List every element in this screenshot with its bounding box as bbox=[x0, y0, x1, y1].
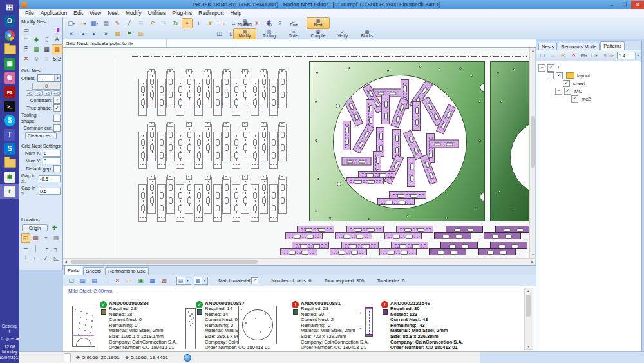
split-nest-icon[interactable]: 5|2 bbox=[52, 54, 62, 64]
angle-input[interactable] bbox=[32, 83, 61, 90]
auto-nest-icon[interactable]: ◆ bbox=[31, 35, 42, 44]
grid-nested-part[interactable] bbox=[176, 132, 184, 169]
nested-part[interactable] bbox=[420, 154, 438, 185]
grid-nested-part[interactable] bbox=[251, 184, 259, 222]
nested-part-cluster[interactable] bbox=[484, 226, 529, 240]
tray-icon-1[interactable]: ◍ bbox=[6, 337, 10, 341]
nested-part[interactable] bbox=[430, 140, 459, 148]
tab-patterns[interactable]: Patterns bbox=[600, 41, 625, 50]
ghost-part-icon[interactable]: ▢ bbox=[100, 275, 111, 286]
grid-tool-icon[interactable]: ▦ bbox=[112, 28, 123, 39]
delete-part-icon[interactable]: ✕ bbox=[112, 275, 123, 286]
grid-nested-part[interactable] bbox=[260, 71, 268, 108]
circular-cutout[interactable] bbox=[333, 75, 467, 209]
gap-x-input[interactable] bbox=[39, 175, 61, 182]
sequence-tool-icon[interactable]: ⚑ bbox=[124, 28, 135, 39]
sheet-tool-icon[interactable]: ▯ bbox=[41, 35, 52, 44]
angle-button-5[interactable]: -5 bbox=[35, 90, 43, 96]
menu-modify[interactable]: Modify bbox=[122, 10, 145, 16]
grid-nested-part[interactable] bbox=[185, 124, 193, 161]
taskbar-icon-teams[interactable]: T bbox=[0, 128, 19, 142]
num-x-input[interactable] bbox=[43, 150, 61, 157]
gap-y-input[interactable] bbox=[39, 188, 61, 195]
taskbar-icon-terminal[interactable]: >_ bbox=[0, 99, 19, 113]
edge-vertical-icon[interactable]: │ bbox=[32, 244, 41, 253]
nested-part-cluster[interactable] bbox=[434, 226, 484, 240]
menu-application[interactable]: Application bbox=[37, 10, 71, 16]
taskbar-icon-chrome[interactable] bbox=[0, 28, 19, 43]
expander-icon[interactable]: − bbox=[555, 88, 562, 95]
grid-nested-part[interactable] bbox=[251, 132, 259, 169]
material-part-icon[interactable]: ▣ bbox=[135, 275, 146, 286]
grid-nested-part[interactable] bbox=[157, 184, 166, 222]
menu-view[interactable]: View bbox=[86, 10, 104, 16]
menu-edit[interactable]: Edit bbox=[70, 10, 86, 16]
tab-remnants-to-use[interactable]: Remnants to Use bbox=[105, 267, 149, 275]
tree-node-mc2[interactable]: ✓mc2 bbox=[536, 95, 641, 103]
nested-part[interactable] bbox=[379, 248, 417, 255]
taskbar-icon-outlook[interactable]: O bbox=[0, 14, 19, 28]
copy-icon[interactable]: ⊞ bbox=[135, 18, 146, 28]
delete-pattern-icon[interactable]: ✕ bbox=[569, 51, 578, 60]
nested-part[interactable] bbox=[391, 97, 409, 128]
scroll-right-icon[interactable]: ▶ bbox=[531, 260, 534, 264]
taskbar-icon-radan[interactable]: r bbox=[0, 184, 19, 199]
interactive-nest-icon[interactable]: ◨ bbox=[52, 25, 62, 35]
rotate-part-icon[interactable]: ◌ bbox=[41, 54, 52, 64]
grid-nested-part[interactable] bbox=[147, 177, 156, 214]
grid-nested-part[interactable] bbox=[147, 124, 156, 161]
grid-nested-part[interactable] bbox=[204, 124, 212, 161]
colour-select-icon[interactable]: ▢▾ bbox=[589, 51, 599, 60]
edit-geometry-icon[interactable]: ╱ bbox=[124, 18, 135, 28]
grid-nested-part[interactable] bbox=[222, 71, 231, 108]
expander-icon[interactable]: − bbox=[538, 64, 545, 72]
last-nest-icon[interactable]: » bbox=[100, 28, 111, 39]
grid-nest-icon[interactable]: ▦ bbox=[52, 44, 62, 54]
grid-nested-part[interactable] bbox=[166, 124, 175, 161]
nested-part[interactable] bbox=[330, 248, 367, 255]
nested-part-cluster[interactable] bbox=[335, 226, 385, 240]
grid-nested-part[interactable] bbox=[213, 184, 222, 222]
grid-nested-part[interactable] bbox=[251, 79, 259, 116]
nested-part[interactable] bbox=[377, 198, 415, 205]
expander-icon[interactable]: − bbox=[547, 72, 554, 79]
grid-nested-part[interactable] bbox=[241, 177, 249, 214]
grid-nested-part[interactable] bbox=[147, 71, 156, 108]
part-thumbnail[interactable] bbox=[185, 308, 196, 349]
mode-nest[interactable]: ▦Nest bbox=[307, 17, 330, 29]
nested-part[interactable] bbox=[403, 130, 423, 160]
desktop-toolbar-label[interactable]: Desktop⇕ bbox=[2, 324, 17, 334]
tree-checkbox[interactable]: ✓ bbox=[564, 88, 571, 95]
nested-part-cluster[interactable] bbox=[346, 171, 397, 186]
taskbar-icon-documents-folder[interactable] bbox=[0, 156, 19, 170]
scroll-thumb[interactable] bbox=[71, 260, 258, 264]
task-blocks[interactable]: ▩Blocks bbox=[355, 28, 379, 40]
grid-nested-part[interactable] bbox=[222, 177, 231, 214]
grid-nested-part[interactable] bbox=[138, 132, 147, 169]
view-combo-1[interactable]: ▦▾ bbox=[194, 277, 209, 285]
taskbar-icon-skype[interactable]: S bbox=[0, 113, 19, 128]
grid-nested-part[interactable] bbox=[269, 132, 278, 169]
pencil-icon[interactable]: ✎ bbox=[112, 18, 123, 28]
default-gap-checkbox[interactable] bbox=[53, 165, 61, 172]
delete-part-icon[interactable]: ✕ bbox=[21, 54, 32, 64]
grid-nested-part[interactable] bbox=[176, 184, 184, 222]
grid-nested-part[interactable] bbox=[269, 184, 278, 222]
mode-3d[interactable]: ◈3D bbox=[258, 17, 281, 29]
angle-open-icon[interactable]: ∠ bbox=[42, 254, 51, 264]
open-part-icon[interactable]: ▱ bbox=[124, 275, 135, 286]
sheet-1[interactable] bbox=[309, 61, 485, 221]
print-icon[interactable]: ▤ bbox=[100, 18, 111, 28]
taskbar-clock[interactable]: 12:08 Monday 16/04/2018 bbox=[0, 344, 21, 361]
tray-icon-2[interactable]: ▭ bbox=[10, 337, 14, 341]
scroll-down-icon[interactable]: ▼ bbox=[527, 345, 530, 348]
edit-part-icon[interactable]: ▤ bbox=[89, 275, 100, 286]
taskbar-icon-filezilla[interactable]: FZ bbox=[0, 85, 19, 99]
scale-select[interactable]: 1:4▾ bbox=[617, 52, 641, 59]
sheet-2[interactable] bbox=[490, 61, 529, 221]
cluster-nest-icon[interactable]: ⠿ bbox=[21, 44, 32, 54]
taskbar-icon-start[interactable]: ⊞ bbox=[0, 0, 19, 14]
tree-node-sheet[interactable]: ✓sheet bbox=[536, 79, 641, 87]
fill-nest-icon[interactable]: ▦ bbox=[41, 44, 52, 54]
grid-nested-part[interactable] bbox=[204, 71, 212, 108]
